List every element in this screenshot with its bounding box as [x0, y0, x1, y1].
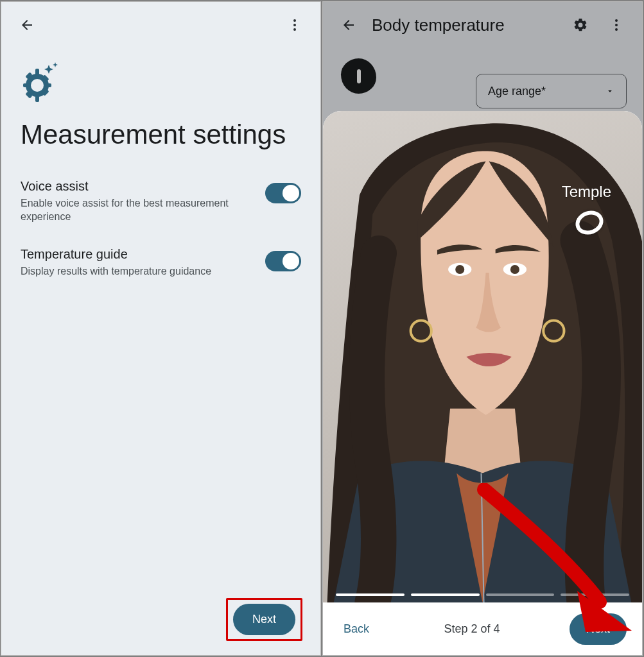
progress-seg-1 [336, 593, 405, 596]
footer: Next [1, 598, 320, 641]
voice-assist-desc: Enable voice assist for the best measure… [21, 196, 255, 224]
screen-body-temperature: Body temperature Age range* [322, 1, 643, 656]
back-icon[interactable] [13, 11, 41, 39]
back-button[interactable]: Back [338, 616, 374, 642]
svg-rect-3 [35, 69, 39, 75]
page-title: Measurement settings [21, 119, 301, 151]
temperature-guide-title: Temperature guide [21, 247, 255, 262]
svg-rect-6 [45, 83, 51, 87]
progress-seg-4 [561, 593, 629, 596]
next-button[interactable]: Next [233, 604, 295, 635]
voice-assist-toggle[interactable] [265, 183, 301, 203]
setting-temperature-guide: Temperature guide Display results with t… [21, 247, 301, 278]
highlight-box: Next [226, 598, 302, 641]
svg-point-17 [510, 265, 519, 274]
svg-rect-4 [35, 96, 39, 102]
top-bar [1, 2, 320, 48]
temperature-guide-toggle[interactable] [265, 251, 301, 271]
next-button[interactable]: Next [570, 613, 627, 645]
tutorial-image: Temple [323, 111, 642, 602]
voice-assist-title: Voice assist [21, 179, 255, 194]
svg-point-2 [293, 28, 296, 31]
sheet-footer: Back Step 2 of 4 Next [323, 602, 642, 655]
step-label: Step 2 of 4 [444, 622, 500, 636]
settings-sparkle-icon [21, 61, 62, 102]
svg-point-1 [293, 24, 296, 26]
screen-measurement-settings: Measurement settings Voice assist Enable… [1, 1, 321, 656]
temple-label: Temple [562, 183, 611, 201]
more-icon[interactable] [281, 11, 309, 39]
svg-point-15 [455, 265, 464, 274]
svg-rect-5 [23, 83, 30, 87]
progress-seg-2 [411, 593, 480, 596]
temperature-guide-desc: Display results with temperature guidanc… [21, 264, 255, 278]
progress-indicator [336, 593, 629, 596]
progress-seg-3 [486, 593, 555, 596]
setting-voice-assist: Voice assist Enable voice assist for the… [21, 179, 301, 224]
svg-point-0 [293, 19, 296, 22]
tutorial-sheet: Temple Back Step 2 of 4 Next [323, 111, 642, 655]
